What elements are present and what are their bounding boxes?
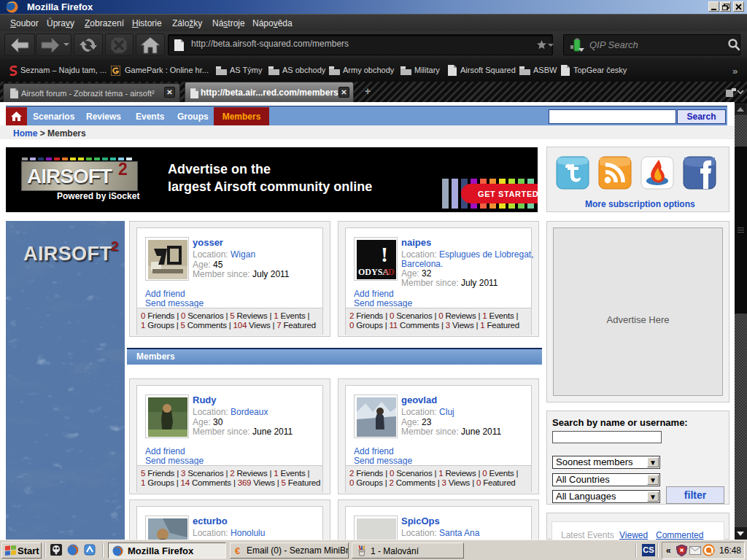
- svg-text:3D: 3D: [384, 267, 395, 277]
- svg-text:AIRSOFT: AIRSOFT: [23, 243, 112, 265]
- svg-text:2: 2: [111, 238, 119, 254]
- svg-text:!: !: [381, 242, 388, 266]
